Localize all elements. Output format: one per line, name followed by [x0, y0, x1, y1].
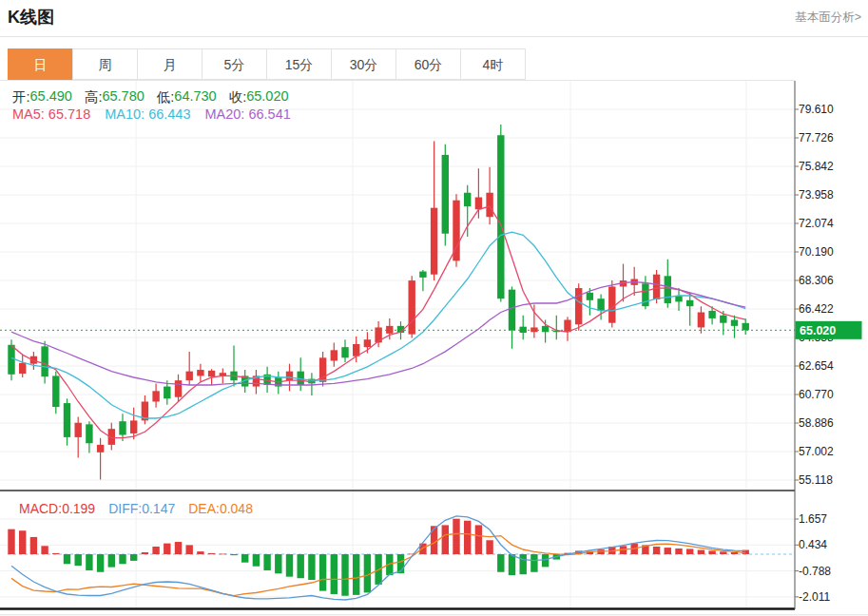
macd-bar: [708, 550, 715, 554]
candle-body: [608, 286, 615, 322]
macd-bar: [520, 554, 527, 574]
macd-bar: [175, 542, 182, 554]
candle-body: [720, 316, 726, 323]
macd-bar: [119, 554, 125, 564]
macd-bar: [720, 551, 726, 554]
candle-body: [175, 380, 182, 397]
candle-body: [331, 350, 338, 360]
candle-body: [653, 275, 660, 299]
macd-bar: [686, 549, 693, 554]
macd-bar: [97, 554, 104, 572]
macd-bar: [653, 547, 660, 554]
tab-5min[interactable]: 5分: [202, 48, 267, 80]
low-label: 低:: [157, 88, 175, 106]
macd-bar: [208, 553, 215, 554]
tab-60min[interactable]: 60分: [395, 48, 461, 80]
macd-bar: [431, 526, 437, 554]
diff-label: DIFF:: [108, 501, 142, 516]
tab-30min[interactable]: 30分: [331, 48, 396, 80]
title-divider: [0, 36, 868, 37]
tab-week[interactable]: 周: [72, 48, 138, 80]
svg-text:-0.788: -0.788: [799, 565, 831, 578]
macd-bar: [52, 553, 59, 554]
candles: [8, 125, 749, 479]
svg-text:72.074: 72.074: [799, 217, 834, 230]
macd-bar: [75, 554, 82, 566]
macd-bar: [186, 545, 193, 554]
close-label: 收:: [229, 88, 247, 106]
dea-value: 0.048: [220, 501, 253, 516]
macd-bar: [542, 554, 549, 567]
candle-body: [542, 326, 549, 332]
macd-bar: [486, 540, 492, 554]
candle-body: [686, 300, 693, 306]
kline-page: { "header": { "title": "K线图", "link_labe…: [0, 0, 868, 616]
svg-text:77.726: 77.726: [799, 131, 834, 144]
tab-month[interactable]: 月: [137, 48, 203, 80]
svg-text:62.654: 62.654: [799, 359, 834, 373]
candle-body: [409, 280, 415, 335]
dea-legend: DEA:0.048: [188, 501, 253, 516]
macd-bar: [497, 554, 504, 572]
tab-15min[interactable]: 15分: [266, 48, 332, 80]
ma20-label: MA20:: [204, 106, 244, 122]
ma5-value: 65.718: [48, 106, 90, 122]
svg-text:73.958: 73.958: [799, 188, 834, 202]
period-tabbar: 日 周 月 5分 15分 30分 60分 4时: [8, 48, 526, 80]
macd-bar: [41, 546, 48, 554]
macd-bar: [665, 548, 671, 554]
ohlc-close: 收:65.020: [229, 88, 289, 106]
diff-value: 0.147: [142, 501, 175, 516]
high-value: 65.780: [102, 88, 144, 106]
ma20-legend: MA20:66.541: [204, 106, 290, 122]
candle-body: [564, 319, 570, 332]
low-value: 64.730: [174, 88, 216, 106]
candle-body: [75, 423, 82, 437]
svg-text:75.842: 75.842: [799, 160, 834, 173]
ma10-value: 66.443: [148, 106, 190, 122]
svg-text:79.610: 79.610: [799, 103, 834, 116]
macd-bar: [142, 552, 148, 554]
macd-bar: [353, 554, 359, 595]
macd-bar: [475, 525, 482, 554]
candle-body: [486, 193, 492, 217]
candle-body: [19, 363, 26, 374]
macd-bar: [298, 554, 304, 578]
macd-bar: [253, 554, 260, 567]
candle-body: [509, 290, 515, 331]
macd-bar: [197, 551, 203, 554]
macd-bar: [698, 550, 704, 554]
open-value: 65.490: [30, 88, 72, 106]
macd-bar: [30, 537, 37, 554]
macd-bar: [675, 549, 682, 554]
tab-4hour[interactable]: 4时: [460, 48, 526, 80]
candle-body: [164, 387, 170, 399]
ohlc-open: 开:65.490: [12, 88, 72, 106]
ma5-label: MA5:: [12, 106, 45, 122]
macd-bar: [152, 547, 159, 554]
candle-body: [341, 347, 348, 357]
candle-body: [475, 198, 482, 210]
candle-body: [597, 298, 604, 311]
macd-legend-row: MACD:0.199 DIFF:0.147 DEA:0.048: [19, 501, 253, 516]
candle-body: [587, 293, 593, 300]
svg-text:60.770: 60.770: [799, 388, 834, 401]
candle-body: [41, 346, 48, 376]
tab-day[interactable]: 日: [8, 48, 73, 80]
candle-body: [186, 372, 193, 381]
macd-bar: [86, 554, 92, 570]
price-axis: 79.61077.72675.84273.95872.07470.19068.3…: [795, 81, 834, 609]
candle-body: [119, 421, 125, 434]
svg-text:68.306: 68.306: [799, 274, 834, 287]
macd-bar: [341, 554, 348, 596]
fundamental-analysis-link[interactable]: 基本面分析>: [795, 10, 861, 26]
dea-label: DEA:: [188, 501, 220, 516]
ohlc-low: 低:64.730: [157, 88, 217, 106]
svg-text:65.020: 65.020: [800, 324, 836, 337]
ohlc-high: 高:65.780: [85, 88, 145, 106]
macd-bar: [64, 554, 70, 564]
macd-bar: [319, 554, 326, 591]
macd-label: MACD:: [19, 501, 62, 516]
candle-body: [743, 323, 749, 330]
candle-body: [364, 339, 371, 347]
